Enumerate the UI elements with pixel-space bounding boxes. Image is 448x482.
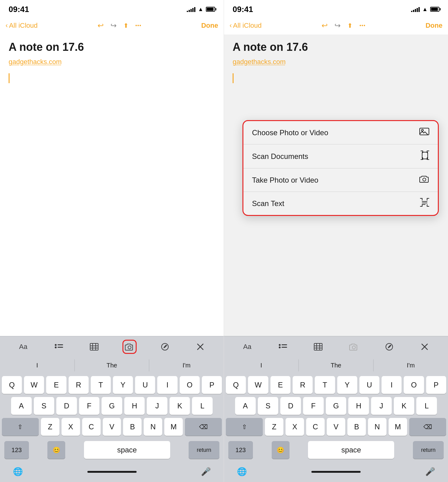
- right-more-button[interactable]: •••: [359, 23, 366, 28]
- left-key-w[interactable]: W: [24, 376, 44, 394]
- left-key-y[interactable]: Y: [113, 376, 133, 394]
- left-key-t[interactable]: T: [91, 376, 111, 394]
- left-toolbar-list[interactable]: [52, 340, 66, 354]
- left-key-return[interactable]: return: [189, 441, 219, 459]
- right-toolbar-list[interactable]: [276, 340, 290, 354]
- left-mic-icon[interactable]: 🎤: [197, 463, 215, 480]
- right-key-o[interactable]: O: [404, 376, 424, 394]
- right-undo-button[interactable]: ↩: [322, 21, 328, 30]
- left-key-emoji[interactable]: 😊: [47, 441, 65, 459]
- right-key-shift[interactable]: ⇧: [226, 418, 263, 436]
- left-key-l[interactable]: L: [192, 397, 213, 415]
- left-key-q[interactable]: Q: [2, 376, 22, 394]
- right-done-button[interactable]: Done: [426, 22, 442, 30]
- left-nav-back[interactable]: ‹ All iCloud: [6, 22, 38, 30]
- right-globe-icon[interactable]: 🌐: [233, 463, 251, 480]
- left-key-123[interactable]: 123: [4, 441, 29, 459]
- right-key-v[interactable]: V: [327, 418, 345, 436]
- right-key-g[interactable]: G: [326, 397, 346, 415]
- right-key-123[interactable]: 123: [228, 441, 253, 459]
- right-key-delete[interactable]: ⌫: [409, 418, 446, 436]
- right-key-h[interactable]: H: [348, 397, 369, 415]
- left-toolbar-aa[interactable]: Aa: [16, 340, 30, 354]
- left-suggestion-i[interactable]: I: [0, 359, 75, 371]
- right-suggestion-im[interactable]: I'm: [374, 359, 448, 371]
- left-key-u[interactable]: U: [135, 376, 155, 394]
- left-suggestion-the[interactable]: The: [75, 359, 150, 371]
- left-key-m[interactable]: M: [164, 418, 183, 436]
- left-redo-button[interactable]: ↪: [110, 21, 117, 30]
- left-key-f[interactable]: F: [79, 397, 100, 415]
- left-key-g[interactable]: G: [102, 397, 122, 415]
- left-globe-icon[interactable]: 🌐: [9, 463, 27, 480]
- right-key-r[interactable]: R: [293, 376, 313, 394]
- right-key-return[interactable]: return: [413, 441, 444, 459]
- left-back-label[interactable]: All iCloud: [9, 22, 38, 30]
- left-key-e[interactable]: E: [46, 376, 66, 394]
- right-key-y[interactable]: Y: [337, 376, 357, 394]
- right-key-c[interactable]: C: [306, 418, 325, 436]
- right-menu-scan-documents[interactable]: Scan Documents: [243, 144, 438, 168]
- right-key-emoji[interactable]: 😊: [272, 441, 290, 459]
- right-redo-button[interactable]: ↪: [334, 21, 341, 30]
- left-toolbar-table[interactable]: [87, 340, 101, 354]
- left-key-shift[interactable]: ⇧: [2, 418, 39, 436]
- right-toolbar-close[interactable]: [418, 340, 432, 354]
- right-toolbar-camera[interactable]: [347, 340, 361, 354]
- right-menu-take-photo[interactable]: Take Photo or Video: [243, 168, 438, 192]
- right-key-l[interactable]: L: [416, 397, 437, 415]
- right-key-n[interactable]: N: [368, 418, 386, 436]
- right-menu-scan-text[interactable]: Scan Text: [243, 192, 438, 215]
- right-key-e[interactable]: E: [270, 376, 290, 394]
- right-toolbar-pencil[interactable]: [382, 340, 396, 354]
- left-share-button[interactable]: ⬆: [123, 22, 129, 29]
- left-key-k[interactable]: K: [170, 397, 190, 415]
- left-key-d[interactable]: D: [56, 397, 77, 415]
- right-key-b[interactable]: B: [347, 418, 366, 436]
- right-suggestion-i[interactable]: I: [224, 359, 299, 371]
- right-key-m[interactable]: M: [389, 418, 407, 436]
- right-suggestion-the[interactable]: The: [299, 359, 374, 371]
- left-toolbar-pencil[interactable]: [158, 340, 172, 354]
- left-key-delete[interactable]: ⌫: [185, 418, 222, 436]
- left-key-space[interactable]: space: [84, 441, 170, 459]
- left-note-link[interactable]: gadgethacks.com: [9, 58, 215, 66]
- left-key-v[interactable]: V: [103, 418, 121, 436]
- left-key-s[interactable]: S: [34, 397, 54, 415]
- left-key-p[interactable]: P: [202, 376, 222, 394]
- right-key-f[interactable]: F: [303, 397, 324, 415]
- left-done-button[interactable]: Done: [201, 22, 218, 30]
- left-key-j[interactable]: J: [147, 397, 167, 415]
- right-menu-choose-photo[interactable]: Choose Photo or Video: [243, 121, 438, 144]
- right-mic-icon[interactable]: 🎤: [421, 463, 439, 480]
- right-key-w[interactable]: W: [248, 376, 268, 394]
- left-key-a[interactable]: A: [11, 397, 32, 415]
- right-key-p[interactable]: P: [426, 376, 446, 394]
- right-nav-back[interactable]: ‹ All iCloud: [230, 22, 262, 30]
- right-key-space[interactable]: space: [308, 441, 394, 459]
- right-key-z[interactable]: Z: [265, 418, 283, 436]
- right-toolbar-table[interactable]: [311, 340, 325, 354]
- left-key-c[interactable]: C: [82, 418, 101, 436]
- left-key-z[interactable]: Z: [41, 418, 59, 436]
- right-share-button[interactable]: ⬆: [347, 22, 353, 29]
- left-undo-button[interactable]: ↩: [98, 21, 104, 30]
- right-key-u[interactable]: U: [359, 376, 379, 394]
- left-key-b[interactable]: B: [123, 418, 142, 436]
- left-key-r[interactable]: R: [69, 376, 89, 394]
- right-key-k[interactable]: K: [394, 397, 414, 415]
- left-key-n[interactable]: N: [144, 418, 162, 436]
- left-more-button[interactable]: •••: [135, 23, 142, 28]
- right-key-q[interactable]: Q: [226, 376, 246, 394]
- left-key-o[interactable]: O: [180, 376, 200, 394]
- right-back-label[interactable]: All iCloud: [233, 22, 262, 30]
- right-note-link[interactable]: gadgethacks.com: [233, 58, 439, 66]
- right-key-d[interactable]: D: [280, 397, 301, 415]
- right-key-x[interactable]: X: [286, 418, 304, 436]
- right-toolbar-aa[interactable]: Aa: [240, 340, 254, 354]
- left-key-i[interactable]: I: [157, 376, 177, 394]
- right-key-i[interactable]: I: [382, 376, 402, 394]
- left-toolbar-close[interactable]: [193, 340, 207, 354]
- left-suggestion-im[interactable]: I'm: [149, 359, 224, 371]
- right-key-a[interactable]: A: [235, 397, 256, 415]
